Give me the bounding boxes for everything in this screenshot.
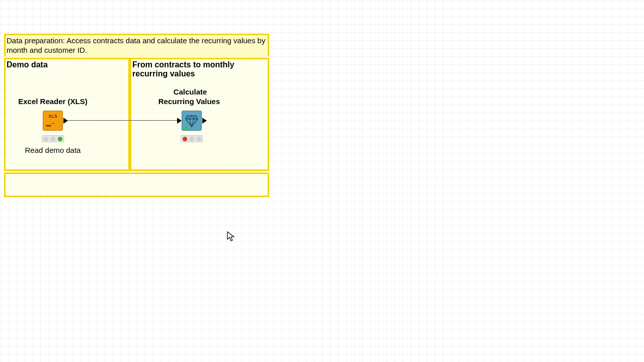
workflow-canvas[interactable]: Data preparation: Access contracts data … (0, 0, 644, 362)
status-dot-red (44, 137, 48, 141)
calc-out-port[interactable] (202, 118, 207, 124)
calc-title-line1: Calculate (140, 87, 240, 96)
mouse-cursor-icon (227, 231, 235, 242)
zone-left-title: Demo data (6, 59, 128, 71)
annotation-lower[interactable] (4, 172, 269, 197)
status-dot-green (58, 137, 62, 141)
annotation-main[interactable]: Data preparation: Access contracts data … (4, 34, 269, 56)
annotation-main-text: Data preparation: Access contracts data … (6, 35, 268, 57)
calc-in-port[interactable] (177, 118, 182, 124)
calculate-recurring-values-component[interactable] (182, 111, 202, 131)
connection-excel-to-calc[interactable] (68, 120, 177, 121)
excel-reader-node[interactable]: XLS → ••• (43, 111, 63, 131)
calc-title-line2: Recurring Values (139, 97, 239, 106)
xls-icon-label: XLS (43, 114, 62, 119)
status-dot-green (197, 137, 201, 141)
excel-reader-out-port[interactable] (63, 118, 68, 124)
status-dot-yellow (190, 137, 194, 141)
excel-reader-title: Excel Reader (XLS) (3, 97, 103, 106)
calc-status (181, 135, 203, 142)
excel-reader-status (42, 135, 64, 142)
ellipsis-icon: ••• (46, 122, 51, 129)
status-dot-yellow (51, 137, 55, 141)
status-dot-red (183, 137, 187, 141)
zone-right-title: From contracts to monthly recurring valu… (131, 59, 268, 80)
excel-reader-caption: Read demo data (3, 146, 103, 154)
component-link-icon (183, 125, 188, 129)
